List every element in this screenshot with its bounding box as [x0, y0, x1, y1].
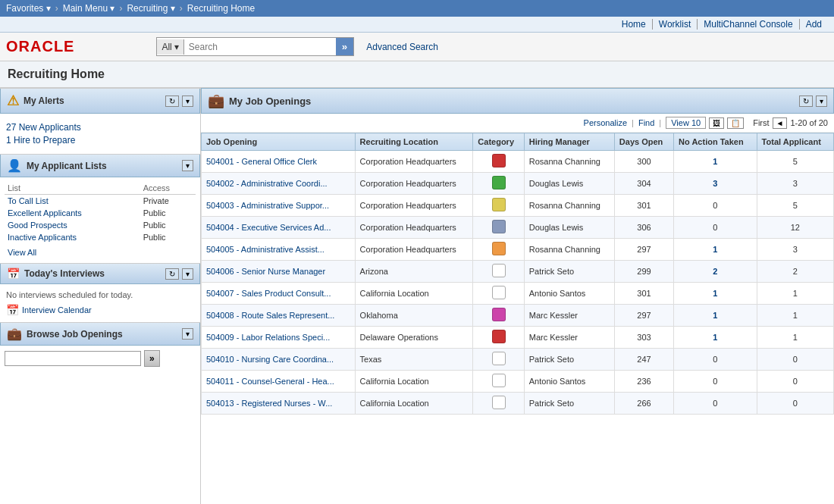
search-go-button[interactable]: » [336, 38, 353, 55]
table-row: 504002 - Administrative Coordi... Corpor… [202, 173, 834, 195]
job-opening-link[interactable]: 504008 - Route Sales Represent... [206, 311, 334, 320]
advanced-search-link[interactable]: Advanced Search [366, 42, 438, 52]
days-open-cell: 247 [614, 349, 673, 371]
no-action-link[interactable]: 2 [713, 267, 717, 276]
add-link[interactable]: Add [800, 19, 828, 30]
job-opening-link[interactable]: 504007 - Sales Product Consult... [206, 289, 331, 298]
search-group: All ▾ » [156, 37, 354, 56]
no-action-link[interactable]: 1 [713, 333, 717, 342]
favorites-menu[interactable]: Favorites ▾ [6, 3, 51, 14]
job-opening-link[interactable]: 504013 - Registered Nurses - W... [206, 399, 332, 408]
job-openings-table: Job Opening Recruiting Location Category… [201, 133, 834, 415]
multichannel-console-link[interactable]: MultiChannel Console [698, 19, 799, 30]
list-item-name: To Call List [5, 195, 140, 208]
table-row: 504011 - Counsel-General - Hea... Califo… [202, 371, 834, 393]
job-openings-menu-btn[interactable]: ▾ [816, 95, 827, 107]
hiring-manager-cell: Douglas Lewis [524, 217, 614, 239]
job-openings-header: 💼 My Job Openings ↻ ▾ [201, 88, 834, 114]
personalize-link[interactable]: Personalize [584, 118, 627, 127]
find-link[interactable]: Find [638, 118, 654, 127]
no-action-taken-cell: 0 [674, 371, 757, 393]
no-action-link[interactable]: 1 [713, 245, 717, 254]
days-open-cell: 297 [614, 239, 673, 261]
job-opening-link[interactable]: 504005 - Administrative Assist... [206, 245, 325, 254]
list-item-link[interactable]: Good Prospects [8, 221, 67, 230]
no-action-link[interactable]: 1 [713, 311, 717, 320]
days-open-cell: 304 [614, 173, 673, 195]
list-item-link[interactable]: Excellent Applicants [8, 208, 82, 218]
recruiting-home-breadcrumb: Recruiting Home [187, 3, 255, 14]
col-list-header: List [5, 182, 140, 195]
job-opening-cell: 504006 - Senior Nurse Manager [202, 261, 356, 283]
hiring-manager-cell: Marc Kessler [524, 305, 614, 327]
list-content: List Access To Call List Private Excelle… [0, 177, 200, 263]
top-nav: Favorites ▾ › Main Menu ▾ › Recruiting ▾… [0, 0, 834, 17]
main-area: 💼 My Job Openings ↻ ▾ Personalize | Find… [201, 88, 834, 504]
job-opening-cell: 504011 - Counsel-General - Hea... [202, 371, 356, 393]
job-opening-link[interactable]: 504011 - Counsel-General - Hea... [206, 377, 334, 386]
list-item-name: Inactive Applicants [5, 231, 140, 243]
prev-page-btn[interactable]: ◄ [773, 117, 788, 129]
list-item-link[interactable]: To Call List [8, 196, 49, 205]
no-action-link[interactable]: 1 [713, 157, 717, 166]
no-action-link[interactable]: 3 [713, 179, 717, 188]
job-openings-refresh-btn[interactable]: ↻ [799, 95, 813, 107]
alerts-refresh-btn[interactable]: ↻ [165, 95, 179, 107]
table-view-icon2[interactable]: 📋 [727, 117, 744, 129]
new-applicants-link[interactable]: 27 New Applicants [6, 122, 194, 133]
job-opening-link[interactable]: 504010 - Nursing Care Coordina... [206, 355, 334, 364]
no-action-link[interactable]: 1 [713, 289, 717, 298]
home-link[interactable]: Home [616, 19, 653, 30]
location-cell: Delaware Operations [355, 327, 473, 349]
main-menu[interactable]: Main Menu ▾ [63, 3, 115, 14]
job-opening-link[interactable]: 504006 - Senior Nurse Manager [206, 267, 325, 276]
alerts-menu-btn[interactable]: ▾ [182, 95, 193, 107]
days-open-cell: 306 [614, 217, 673, 239]
recruiting-menu[interactable]: Recruiting ▾ [127, 3, 174, 14]
no-action-taken-cell: 3 [674, 173, 757, 195]
interviews-refresh-btn[interactable]: ↻ [165, 268, 179, 280]
total-applicant-cell: 1 [757, 305, 833, 327]
job-opening-cell: 504004 - Executive Services Ad... [202, 217, 356, 239]
search-input[interactable] [184, 39, 336, 55]
job-opening-link[interactable]: 504002 - Administrative Coordi... [206, 179, 328, 188]
table-row: 504006 - Senior Nurse Manager Arizona Pa… [202, 261, 834, 283]
total-applicant-cell: 0 [757, 349, 833, 371]
lists-menu-btn[interactable]: ▾ [182, 160, 193, 171]
days-open-cell: 301 [614, 195, 673, 217]
job-opening-link[interactable]: 504009 - Labor Relations Speci... [206, 333, 330, 342]
browse-go-button[interactable]: » [144, 350, 160, 367]
browse-search-input[interactable] [5, 351, 141, 366]
interviews-menu-btn[interactable]: ▾ [182, 268, 193, 280]
list-item: Good Prospects Public [5, 219, 196, 231]
view-count-btn[interactable]: View 10 [666, 117, 706, 129]
interview-calendar-link[interactable]: 📅 Interview Calendar [6, 304, 194, 316]
table-view-icon1[interactable]: 🖼 [709, 117, 724, 129]
total-applicant-cell: 3 [757, 239, 833, 261]
hiring-manager-cell: Patrick Seto [524, 261, 614, 283]
no-action-taken-cell: 2 [674, 261, 757, 283]
page-title: Recruiting Home [0, 61, 834, 88]
job-opening-link[interactable]: 504004 - Executive Services Ad... [206, 223, 331, 232]
category-cell [473, 195, 524, 217]
job-opening-link[interactable]: 504003 - Administrative Suppor... [206, 201, 329, 210]
browse-job-openings-header: 💼 Browse Job Openings ▾ [0, 323, 200, 346]
col-category: Category [473, 133, 524, 151]
location-cell: Arizona [355, 261, 473, 283]
location-cell: Texas [355, 349, 473, 371]
category-cell [473, 371, 524, 393]
browse-content: » [0, 346, 200, 371]
alerts-panel-actions: ↻ ▾ [165, 95, 193, 107]
list-item-link[interactable]: Inactive Applicants [8, 233, 77, 242]
view-all-link[interactable]: View All [5, 246, 196, 258]
list-item-access: Public [140, 219, 196, 231]
no-action-taken-cell: 1 [674, 283, 757, 305]
total-applicant-cell: 0 [757, 393, 833, 415]
hire-to-prepare-link[interactable]: 1 Hire to Prepare [6, 135, 194, 146]
hiring-manager-cell: Rosanna Channing [524, 239, 614, 261]
worklist-link[interactable]: Worklist [653, 19, 698, 30]
days-open-cell: 300 [614, 151, 673, 173]
browse-menu-btn[interactable]: ▾ [182, 328, 193, 340]
search-type-dropdown[interactable]: All ▾ [157, 39, 183, 55]
job-opening-link[interactable]: 504001 - General Office Clerk [206, 157, 317, 166]
